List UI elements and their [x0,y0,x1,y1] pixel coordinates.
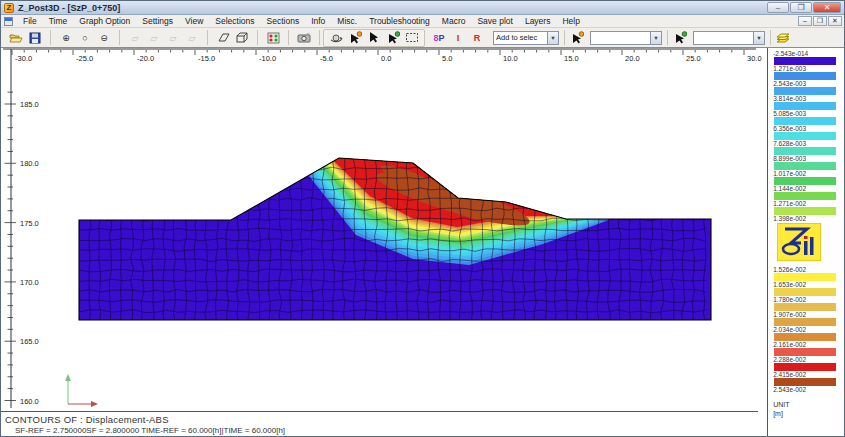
menu-item-macro[interactable]: Macro [436,15,472,27]
menu-item-time[interactable]: Time [43,15,74,27]
node-select-combo[interactable]: ▼ [590,31,662,45]
legend-color-band [774,363,836,371]
legend-color-band [774,288,836,296]
display-toggles-icon[interactable] [264,30,282,46]
groups-8p-icon[interactable]: 8P [430,30,448,46]
legend-color-band [774,348,836,356]
add-to-select-combo[interactable]: Add to selec▼ [493,31,559,45]
add-to-select-combo-dropdown-icon[interactable]: ▼ [547,32,558,44]
legend-color-band [774,273,836,281]
camera-icon[interactable] [295,30,313,46]
x-axis-tick-label: 0.0 [381,54,391,63]
legend-value: 8.899e-003 [773,155,844,162]
legend-color-band [774,333,836,341]
x-axis-tick-label: 5.0 [442,54,452,63]
menu-item-info[interactable]: Info [305,15,331,27]
open-folder-icon[interactable] [7,30,25,46]
legend-value: 1.398e-002 [773,215,844,222]
y-axis-tick-label: 160.0 [20,397,39,406]
pick-arrow-icon[interactable] [365,30,383,46]
legend-value: 2.288e-002 [773,356,844,363]
legend-value: 1.017e-002 [773,170,844,177]
legend-color-band [774,177,836,185]
y-axis-tick-label: 175.0 [20,219,39,228]
legend-value: 7.628e-003 [773,140,844,147]
axes-marker [65,374,98,407]
zoom-circle-icon[interactable]: ○ [76,30,94,46]
legend-value: 1.144e-002 [773,185,844,192]
menu-item-settings[interactable]: Settings [136,15,179,27]
element-select-combo[interactable]: ▼ [693,31,765,45]
x-axis-tick-label: -10.0 [259,54,276,63]
menu-item-troubleshooting[interactable]: Troubleshooting [363,15,436,27]
legend-value: 1.780e-002 [773,296,844,303]
menu-item-file[interactable]: File [17,15,43,27]
legend-color-band [774,303,836,311]
legend-color-band [774,72,836,80]
menu: FileTimeGraph OptionSettingsViewSelectio… [17,15,798,27]
contour-legend: -2.543e-0141.271e-0032.543e-0033.814e-00… [767,48,844,437]
legend-color-band [774,132,836,140]
disabled-a-icon: ▱ [126,30,144,46]
x-axis-tick-label: -5.0 [320,54,333,63]
section-plane-icon[interactable] [214,30,232,46]
x-axis-tick-label: -15.0 [198,54,215,63]
y-axis-tick-label: 180.0 [20,159,39,168]
y-axis-tick-label: 165.0 [20,337,39,346]
results-r-icon[interactable]: R [468,30,486,46]
x-axis-tick-label: -25.0 [76,54,93,63]
app-icon: Z [4,3,14,13]
mdi-close-button[interactable]: ✕ [828,16,842,26]
menu-item-graph-option[interactable]: Graph Option [73,15,136,27]
legend-color-band [774,162,836,170]
x-axis-tick-label: 15.0 [564,54,579,63]
menu-item-save-plot[interactable]: Save plot [471,15,518,27]
mdi-restore-button[interactable]: ❐ [813,16,827,26]
element-select-combo-dropdown-icon[interactable]: ▼ [753,32,764,44]
mdi-document-icon[interactable] [4,17,13,26]
sf-time-status: SF-REF = 2.750000SF = 2.800000 TIME-REF … [1,425,758,435]
x-axis-tick-label: -30.0 [15,54,32,63]
element-pick-icon[interactable] [671,30,689,46]
menu-item-selections[interactable]: Selections [209,15,260,27]
unit-value: [m] [773,409,844,418]
mdi-minimize-button[interactable]: – [798,16,812,26]
fem-mesh-contour-plot[interactable]: -30.0-25.0-20.0-15.0-10.0-5.00.05.010.01… [1,48,769,437]
menu-item-layers[interactable]: Layers [519,15,557,27]
node-select-combo-dropdown-icon[interactable]: ▼ [650,32,661,44]
y-axis-tick-label: 185.0 [20,100,39,109]
pick-green-icon[interactable] [384,30,402,46]
layers-icon[interactable] [774,30,792,46]
y-axis-tick-label: 170.0 [20,278,39,287]
x-axis-tick-label: 30.0 [747,54,762,63]
legend-value: -2.543e-014 [773,50,844,57]
orbit-icon[interactable] [327,30,345,46]
legend-value: 3.814e-003 [773,95,844,102]
disabled-c-icon: ▱ [164,30,182,46]
legend-value: 2.543e-002 [773,386,844,393]
menu-item-view[interactable]: View [179,15,209,27]
save-icon[interactable] [26,30,44,46]
zoom-in-icon[interactable]: ⊕ [57,30,75,46]
legend-value: 1.653e-002 [773,281,844,288]
node-pick-icon[interactable] [568,30,586,46]
menu-item-misc-[interactable]: Misc. [331,15,363,27]
info-i-icon[interactable]: I [449,30,467,46]
legend-value: 1.526e-002 [773,266,844,273]
contours-of-label: CONTOURS OF : Displacement-ABS [1,412,758,425]
menu-bar: FileTimeGraph OptionSettingsViewSelectio… [1,15,844,28]
legend-color-band [774,147,836,155]
pick-orange-icon[interactable] [346,30,364,46]
plot-area[interactable]: -30.0-25.0-20.0-15.0-10.0-5.00.05.010.01… [1,48,767,437]
minimize-button[interactable]: – [767,2,789,13]
menu-item-sections[interactable]: Sections [261,15,306,27]
legend-color-band [774,87,836,95]
legend-value: 2.161e-002 [773,341,844,348]
rect-select-icon[interactable] [403,30,421,46]
legend-color-band [774,192,836,200]
zoom-out-icon[interactable]: ⊖ [95,30,113,46]
maximize-button[interactable]: ❐ [790,2,812,13]
menu-item-help[interactable]: Help [556,15,585,27]
box-3d-icon[interactable] [233,30,251,46]
close-button[interactable]: ✕ [813,2,841,13]
